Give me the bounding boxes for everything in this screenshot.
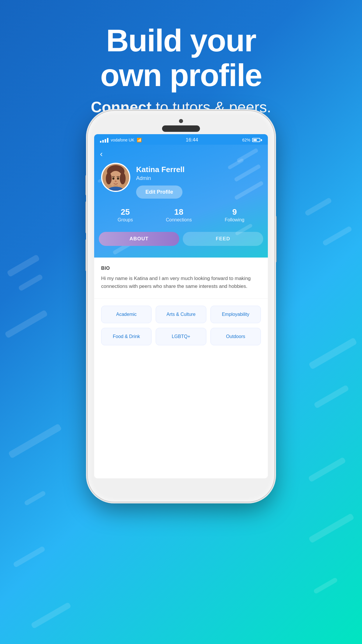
svg-point-3 xyxy=(106,173,112,184)
divider xyxy=(94,298,268,299)
tag-food-drink-label: Food & Drink xyxy=(113,334,140,339)
clock: 16:44 xyxy=(186,137,198,143)
page: Build your own profile Connect to tutors… xyxy=(0,0,362,644)
header-title-line1: Build your xyxy=(106,23,256,58)
battery-body xyxy=(252,138,260,142)
header-title-line2: own profile xyxy=(100,57,262,93)
avatar-svg xyxy=(102,164,129,191)
phone-speaker xyxy=(162,125,200,132)
signal-bar-4 xyxy=(107,138,108,143)
battery-icon xyxy=(252,138,262,142)
phone-shell: vodafone UK 📶 16:44 62% xyxy=(88,111,274,502)
profile-name: Katina Ferrell xyxy=(136,165,261,174)
tab-feed[interactable]: FEED xyxy=(183,232,263,246)
interests-area: Academic Arts & Culture Employability xyxy=(101,306,261,345)
profile-area: Katina Ferrell Admin Edit Profile xyxy=(94,160,268,204)
app-header: ‹ xyxy=(94,145,268,258)
phone-screen: vodafone UK 📶 16:44 62% xyxy=(94,134,268,478)
tag-academic[interactable]: Academic xyxy=(101,306,152,323)
battery-fill xyxy=(253,139,257,141)
tag-employability[interactable]: Employability xyxy=(210,306,261,323)
tag-lgbtq-label: LGBTQ+ xyxy=(172,334,190,339)
stat-following[interactable]: 9 Following xyxy=(225,207,245,223)
edit-profile-button[interactable]: Edit Profile xyxy=(136,186,182,199)
tag-academic-label: Academic xyxy=(116,312,137,317)
interests-row-1: Academic Arts & Culture Employability xyxy=(101,306,261,323)
battery-percentage: 62% xyxy=(242,138,250,142)
side-button-mute xyxy=(85,175,88,195)
svg-point-7 xyxy=(113,177,115,180)
stat-groups-value: 25 xyxy=(117,207,133,217)
header-section: Build your own profile Connect to tutors… xyxy=(91,23,271,117)
avatar-image xyxy=(102,164,129,191)
stat-following-value: 9 xyxy=(225,207,245,217)
side-button-vol-up xyxy=(85,201,88,233)
bio-section: BIO Hi my name is Katina and I am very m… xyxy=(101,266,261,290)
side-button-vol-down xyxy=(85,239,88,271)
interests-row-2: Food & Drink LGBTQ+ Outdoors xyxy=(101,328,261,345)
svg-point-8 xyxy=(117,177,119,180)
status-bar: vodafone UK 📶 16:44 62% xyxy=(94,134,268,145)
tag-outdoors[interactable]: Outdoors xyxy=(210,328,261,345)
tab-feed-label: FEED xyxy=(216,236,230,242)
tag-lgbtq[interactable]: LGBTQ+ xyxy=(156,328,206,345)
svg-point-4 xyxy=(120,173,126,184)
bio-label: BIO xyxy=(101,266,261,271)
stat-groups[interactable]: 25 Groups xyxy=(117,207,133,223)
battery-tip xyxy=(261,139,262,141)
tab-about-label: ABOUT xyxy=(129,236,148,242)
back-chevron-icon: ‹ xyxy=(100,149,103,158)
bio-text: Hi my name is Katina and I am very much … xyxy=(101,274,261,290)
stat-connections-label: Connections xyxy=(166,217,192,223)
tag-food-drink[interactable]: Food & Drink xyxy=(101,328,152,345)
profile-role: Admin xyxy=(136,175,261,181)
signal-bar-2 xyxy=(102,140,104,143)
avatar xyxy=(101,163,130,192)
tag-arts-culture[interactable]: Arts & Culture xyxy=(156,306,206,323)
wifi-icon: 📶 xyxy=(137,138,142,142)
phone-mockup: vodafone UK 📶 16:44 62% xyxy=(88,111,274,502)
status-left: vodafone UK 📶 xyxy=(100,137,142,143)
tab-about[interactable]: ABOUT xyxy=(99,232,179,246)
signal-icon xyxy=(100,137,108,143)
carrier-label: vodafone UK xyxy=(111,138,134,142)
stat-groups-label: Groups xyxy=(117,217,133,223)
content-area: BIO Hi my name is Katina and I am very m… xyxy=(94,258,268,478)
stat-connections-value: 18 xyxy=(166,207,192,217)
back-button[interactable]: ‹ xyxy=(94,145,268,160)
tag-arts-culture-label: Arts & Culture xyxy=(166,312,196,317)
stat-connections[interactable]: 18 Connections xyxy=(166,207,192,223)
profile-info: Katina Ferrell Admin Edit Profile xyxy=(136,163,261,199)
header-title: Build your own profile xyxy=(91,23,271,93)
signal-bar-1 xyxy=(100,141,101,143)
tag-outdoors-label: Outdoors xyxy=(226,334,245,339)
phone-top-bar xyxy=(162,119,200,132)
status-right: 62% xyxy=(242,138,262,142)
front-camera xyxy=(179,119,183,123)
tabs-area: ABOUT FEED xyxy=(94,230,268,251)
stats-area: 25 Groups 18 Connections 9 Following xyxy=(94,204,268,230)
side-button-power xyxy=(274,216,277,262)
stat-following-label: Following xyxy=(225,217,245,223)
tag-employability-label: Employability xyxy=(222,312,249,317)
signal-bar-3 xyxy=(105,139,106,143)
